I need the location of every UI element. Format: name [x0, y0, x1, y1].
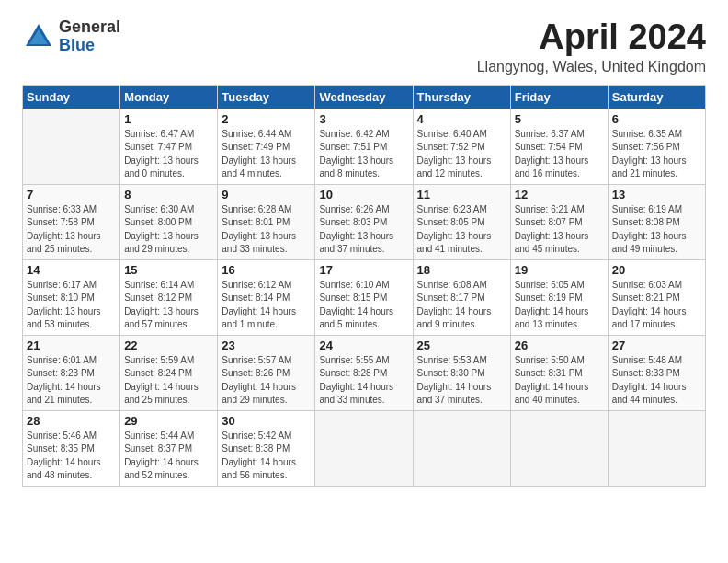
- day-info: Sunrise: 6:21 AM Sunset: 8:07 PM Dayligh…: [515, 203, 604, 257]
- day-info: Sunrise: 6:44 AM Sunset: 7:49 PM Dayligh…: [222, 128, 311, 181]
- day-info: Sunrise: 6:03 AM Sunset: 8:21 PM Dayligh…: [612, 279, 701, 332]
- day-number: 4: [417, 112, 506, 126]
- day-info: Sunrise: 6:37 AM Sunset: 7:54 PM Dayligh…: [515, 128, 604, 181]
- calendar-cell: 26Sunrise: 5:50 AM Sunset: 8:31 PM Dayli…: [510, 335, 608, 410]
- col-wednesday: Wednesday: [315, 85, 413, 109]
- day-info: Sunrise: 6:26 AM Sunset: 8:03 PM Dayligh…: [319, 203, 408, 257]
- day-number: 19: [515, 263, 604, 277]
- day-info: Sunrise: 5:59 AM Sunset: 8:24 PM Dayligh…: [124, 354, 213, 408]
- calendar-cell: 7Sunrise: 6:33 AM Sunset: 7:58 PM Daylig…: [23, 184, 120, 259]
- calendar-cell: 30Sunrise: 5:42 AM Sunset: 8:38 PM Dayli…: [218, 410, 315, 486]
- day-info: Sunrise: 6:40 AM Sunset: 7:52 PM Dayligh…: [417, 128, 506, 181]
- day-info: Sunrise: 5:46 AM Sunset: 8:35 PM Dayligh…: [27, 430, 116, 483]
- calendar-cell: 3Sunrise: 6:42 AM Sunset: 7:51 PM Daylig…: [315, 109, 413, 184]
- calendar-cell: 12Sunrise: 6:21 AM Sunset: 8:07 PM Dayli…: [510, 184, 608, 259]
- calendar-cell: 21Sunrise: 6:01 AM Sunset: 8:23 PM Dayli…: [23, 335, 120, 410]
- calendar-cell: 9Sunrise: 6:28 AM Sunset: 8:01 PM Daylig…: [218, 184, 315, 259]
- day-number: 9: [222, 188, 311, 201]
- day-number: 24: [319, 339, 408, 352]
- col-saturday: Saturday: [608, 85, 705, 109]
- header-row: Sunday Monday Tuesday Wednesday Thursday…: [23, 85, 706, 109]
- calendar-cell: 4Sunrise: 6:40 AM Sunset: 7:52 PM Daylig…: [413, 109, 510, 184]
- day-info: Sunrise: 6:12 AM Sunset: 8:14 PM Dayligh…: [222, 279, 311, 332]
- logo-general: General: [59, 18, 120, 37]
- day-info: Sunrise: 6:17 AM Sunset: 8:10 PM Dayligh…: [27, 279, 116, 332]
- day-number: 5: [515, 112, 604, 126]
- logo-text: General Blue: [59, 18, 120, 55]
- day-number: 29: [124, 414, 213, 428]
- calendar-cell: 5Sunrise: 6:37 AM Sunset: 7:54 PM Daylig…: [510, 109, 608, 184]
- calendar-cell: 17Sunrise: 6:10 AM Sunset: 8:15 PM Dayli…: [315, 259, 413, 335]
- calendar-cell: 24Sunrise: 5:55 AM Sunset: 8:28 PM Dayli…: [315, 335, 413, 410]
- day-info: Sunrise: 6:23 AM Sunset: 8:05 PM Dayligh…: [417, 203, 506, 257]
- col-tuesday: Tuesday: [218, 85, 315, 109]
- calendar-cell: [510, 410, 608, 486]
- calendar-cell: 29Sunrise: 5:44 AM Sunset: 8:37 PM Dayli…: [120, 410, 218, 486]
- calendar-table: Sunday Monday Tuesday Wednesday Thursday…: [22, 85, 706, 487]
- day-info: Sunrise: 6:28 AM Sunset: 8:01 PM Dayligh…: [222, 203, 311, 257]
- day-info: Sunrise: 6:14 AM Sunset: 8:12 PM Dayligh…: [124, 279, 213, 332]
- day-info: Sunrise: 5:48 AM Sunset: 8:33 PM Dayligh…: [612, 354, 701, 408]
- calendar-cell: 1Sunrise: 6:47 AM Sunset: 7:47 PM Daylig…: [120, 109, 218, 184]
- col-sunday: Sunday: [23, 85, 120, 109]
- day-number: 7: [27, 188, 116, 201]
- day-info: Sunrise: 6:33 AM Sunset: 7:58 PM Dayligh…: [27, 203, 116, 257]
- calendar-cell: [23, 109, 120, 184]
- day-info: Sunrise: 5:44 AM Sunset: 8:37 PM Dayligh…: [124, 430, 213, 483]
- calendar-cell: 23Sunrise: 5:57 AM Sunset: 8:26 PM Dayli…: [218, 335, 315, 410]
- calendar-week-1: 7Sunrise: 6:33 AM Sunset: 7:58 PM Daylig…: [23, 184, 706, 259]
- calendar-cell: 25Sunrise: 5:53 AM Sunset: 8:30 PM Dayli…: [413, 335, 510, 410]
- day-number: 20: [612, 263, 701, 277]
- page: General Blue April 2024 Llangynog, Wales…: [0, 0, 728, 563]
- calendar-cell: 22Sunrise: 5:59 AM Sunset: 8:24 PM Dayli…: [120, 335, 218, 410]
- day-number: 18: [417, 263, 506, 277]
- day-number: 17: [319, 263, 408, 277]
- logo-icon: [22, 20, 55, 53]
- calendar-cell: 8Sunrise: 6:30 AM Sunset: 8:00 PM Daylig…: [120, 184, 218, 259]
- calendar-cell: 18Sunrise: 6:08 AM Sunset: 8:17 PM Dayli…: [413, 259, 510, 335]
- day-number: 15: [124, 263, 213, 277]
- day-info: Sunrise: 6:42 AM Sunset: 7:51 PM Dayligh…: [319, 128, 408, 181]
- day-info: Sunrise: 5:53 AM Sunset: 8:30 PM Dayligh…: [417, 354, 506, 408]
- day-info: Sunrise: 6:08 AM Sunset: 8:17 PM Dayligh…: [417, 279, 506, 332]
- calendar-cell: 19Sunrise: 6:05 AM Sunset: 8:19 PM Dayli…: [510, 259, 608, 335]
- calendar-cell: 20Sunrise: 6:03 AM Sunset: 8:21 PM Dayli…: [608, 259, 705, 335]
- calendar-cell: 16Sunrise: 6:12 AM Sunset: 8:14 PM Dayli…: [218, 259, 315, 335]
- day-info: Sunrise: 6:47 AM Sunset: 7:47 PM Dayligh…: [124, 128, 213, 181]
- calendar-cell: 2Sunrise: 6:44 AM Sunset: 7:49 PM Daylig…: [218, 109, 315, 184]
- calendar-cell: 10Sunrise: 6:26 AM Sunset: 8:03 PM Dayli…: [315, 184, 413, 259]
- day-info: Sunrise: 6:19 AM Sunset: 8:08 PM Dayligh…: [612, 203, 701, 257]
- col-thursday: Thursday: [413, 85, 510, 109]
- calendar-location: Llangynog, Wales, United Kingdom: [477, 59, 706, 75]
- day-info: Sunrise: 5:42 AM Sunset: 8:38 PM Dayligh…: [222, 430, 311, 483]
- day-number: 1: [124, 112, 213, 126]
- col-friday: Friday: [510, 85, 608, 109]
- day-number: 11: [417, 188, 506, 201]
- day-number: 6: [612, 112, 701, 126]
- calendar-cell: [413, 410, 510, 486]
- calendar-cell: [608, 410, 705, 486]
- calendar-cell: 6Sunrise: 6:35 AM Sunset: 7:56 PM Daylig…: [608, 109, 705, 184]
- calendar-cell: 13Sunrise: 6:19 AM Sunset: 8:08 PM Dayli…: [608, 184, 705, 259]
- day-number: 21: [27, 339, 116, 352]
- logo: General Blue: [22, 18, 120, 55]
- day-number: 13: [612, 188, 701, 201]
- calendar-cell: 27Sunrise: 5:48 AM Sunset: 8:33 PM Dayli…: [608, 335, 705, 410]
- day-info: Sunrise: 6:30 AM Sunset: 8:00 PM Dayligh…: [124, 203, 213, 257]
- day-number: 25: [417, 339, 506, 352]
- day-number: 8: [124, 188, 213, 201]
- day-number: 30: [222, 414, 311, 428]
- day-number: 22: [124, 339, 213, 352]
- header: General Blue April 2024 Llangynog, Wales…: [22, 18, 706, 75]
- logo-blue: Blue: [59, 37, 120, 55]
- calendar-week-3: 21Sunrise: 6:01 AM Sunset: 8:23 PM Dayli…: [23, 335, 706, 410]
- day-number: 28: [27, 414, 116, 428]
- day-number: 26: [515, 339, 604, 352]
- day-info: Sunrise: 6:01 AM Sunset: 8:23 PM Dayligh…: [27, 354, 116, 408]
- day-info: Sunrise: 5:57 AM Sunset: 8:26 PM Dayligh…: [222, 354, 311, 408]
- title-block: April 2024 Llangynog, Wales, United King…: [477, 18, 706, 75]
- day-number: 10: [319, 188, 408, 201]
- day-info: Sunrise: 6:35 AM Sunset: 7:56 PM Dayligh…: [612, 128, 701, 181]
- day-info: Sunrise: 6:05 AM Sunset: 8:19 PM Dayligh…: [515, 279, 604, 332]
- calendar-cell: 11Sunrise: 6:23 AM Sunset: 8:05 PM Dayli…: [413, 184, 510, 259]
